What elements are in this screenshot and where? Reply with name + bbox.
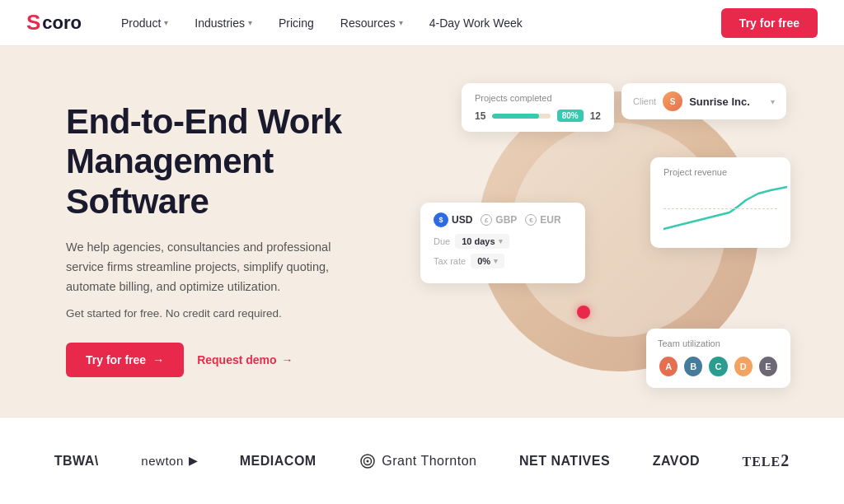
revenue-label: Project revenue (663, 167, 777, 177)
team-avatar-4: D (733, 355, 754, 378)
widget-currency: $ USD £ GBP € EUR Due 10 days ▾ (420, 203, 585, 283)
team-avatar-3: C (707, 355, 729, 378)
projects-progress-row: 15 80% 12 (475, 110, 601, 122)
chevron-down-icon: ▾ (494, 257, 498, 265)
nav-product[interactable]: Product ▾ (121, 16, 168, 30)
due-value[interactable]: 10 days ▾ (455, 234, 509, 249)
logo-text: coro (42, 12, 82, 34)
brand-tbwa: TBWA\ (54, 454, 99, 469)
team-avatar-5: E (757, 355, 779, 378)
projects-num-left: 15 (475, 110, 485, 122)
currency-eur[interactable]: € EUR (525, 214, 560, 226)
hero-section: End-to-End Work Management Software We h… (0, 46, 844, 417)
client-name: Sunrise Inc. (689, 96, 750, 108)
brand-tele2: TELE2 (743, 451, 790, 470)
hero-right: Projects completed 15 80% 12 Client S Su… (412, 75, 795, 404)
widget-revenue: Project revenue (650, 157, 790, 248)
hero-title: End-to-End Work Management Software (66, 102, 412, 222)
hero-try-free-button[interactable]: Try for free → (66, 343, 184, 377)
brand-zavod: ZAVOD (653, 454, 700, 469)
team-avatar-1: A (658, 355, 679, 378)
hero-description: We help agencies, consultancies and prof… (66, 238, 346, 297)
team-avatar-2: B (682, 355, 704, 378)
nav-4day[interactable]: 4-Day Work Week (429, 16, 523, 30)
due-row: Due 10 days ▾ (434, 234, 572, 249)
currency-row: $ USD £ GBP € EUR (434, 212, 572, 227)
logo-dot: S (26, 10, 40, 35)
chevron-down-icon: ▾ (164, 18, 168, 27)
widget-client[interactable]: Client S Sunrise Inc. ▾ (621, 83, 786, 119)
nav-links: Product ▾ Industries ▾ Pricing Resources… (121, 16, 721, 30)
projects-num-right: 12 (590, 110, 601, 122)
hero-left: End-to-End Work Management Software We h… (66, 102, 412, 377)
nav-industries[interactable]: Industries ▾ (195, 16, 252, 30)
chevron-down-icon: ▾ (499, 237, 503, 245)
svg-point-2 (367, 460, 369, 462)
currency-usd[interactable]: $ USD (434, 212, 472, 227)
progress-bar (492, 114, 550, 119)
client-avatar: S (663, 91, 682, 111)
widget-team: Team utilization A B C D E (646, 329, 790, 388)
deco-dot (577, 306, 590, 319)
tax-label: Tax rate (434, 256, 466, 266)
progress-badge: 80% (557, 110, 584, 122)
brand-mediacom: MEDIACOM (240, 454, 316, 469)
navbar: Scoro Product ▾ Industries ▾ Pricing Res… (0, 0, 844, 46)
due-label: Due (434, 236, 450, 246)
team-label: Team utilization (658, 338, 779, 348)
brand-net-natives: NET NATIVES (519, 454, 610, 469)
nav-try-free-button[interactable]: Try for free (721, 8, 818, 38)
hero-note: Get started for free. No credit card req… (66, 307, 412, 320)
brand-grant-thornton: Grant Thornton (359, 452, 476, 470)
chevron-down-icon: ▾ (248, 18, 252, 27)
nav-pricing[interactable]: Pricing (279, 16, 314, 30)
usd-icon: $ (434, 212, 448, 227)
logo[interactable]: Scoro (26, 10, 82, 35)
hero-request-demo-button[interactable]: Request demo → (197, 353, 293, 366)
chevron-down-icon: ▾ (399, 18, 403, 27)
arrow-icon: → (282, 353, 293, 366)
hero-buttons: Try for free → Request demo → (66, 343, 412, 377)
eur-icon: € (525, 214, 537, 226)
nav-resources[interactable]: Resources ▾ (340, 16, 403, 30)
tax-row: Tax rate 0% ▾ (434, 254, 572, 268)
widget-projects: Projects completed 15 80% 12 (462, 83, 614, 132)
chevron-down-icon: ▾ (771, 97, 775, 106)
projects-label: Projects completed (475, 93, 601, 103)
brands-bar: TBWA\ newton ▶ MEDIACOM Grant Thornton N… (0, 417, 844, 504)
arrow-icon: → (152, 353, 164, 366)
gbp-icon: £ (481, 214, 492, 226)
grant-thornton-icon (359, 452, 377, 470)
revenue-chart (663, 184, 777, 241)
client-label: Client (633, 96, 656, 106)
progress-fill (492, 114, 538, 119)
tax-value[interactable]: 0% ▾ (471, 254, 504, 268)
brand-newton: newton ▶ (141, 454, 197, 468)
team-avatars-row: A B C D E (658, 355, 779, 378)
chart-dashed-line (663, 208, 777, 209)
currency-gbp[interactable]: £ GBP (481, 214, 517, 226)
